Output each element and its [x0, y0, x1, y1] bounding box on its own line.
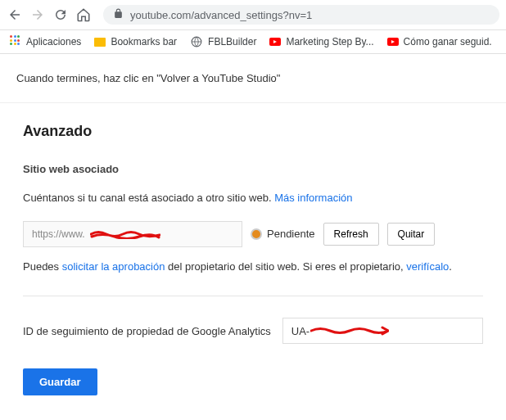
bookmark-marketing[interactable]: Marketing Step By...	[269, 36, 373, 47]
apps-button[interactable]: Aplicaciones	[8, 35, 81, 48]
status-label: Pendiente	[267, 228, 315, 240]
approval-text: Puedes solicitar la aprobación del propi…	[23, 259, 483, 275]
bookmark-fblbuilder[interactable]: FBLBuilder	[190, 35, 256, 48]
status-pending: Pendiente	[251, 228, 315, 240]
sub-text: .	[449, 260, 452, 273]
divider	[23, 296, 483, 296]
status-dot-icon	[251, 228, 262, 240]
page-title: Avanzado	[23, 123, 483, 140]
remove-button[interactable]: Quitar	[387, 223, 436, 246]
folder-icon	[94, 38, 106, 47]
globe-icon	[190, 35, 203, 48]
bookmark-seguidores[interactable]: Cómo ganar seguid.	[387, 36, 492, 47]
apps-icon	[8, 35, 21, 48]
reload-icon[interactable]	[52, 7, 69, 23]
lock-icon	[113, 8, 124, 21]
bookmark-label: Cómo ganar seguid.	[404, 36, 492, 47]
bookmark-folder[interactable]: Bookmarks bar	[94, 36, 177, 47]
redaction-mark	[90, 229, 160, 239]
url-text: youtube.com/advanced_settings?nv=1	[130, 9, 312, 21]
bookmark-label: Bookmarks bar	[111, 36, 177, 47]
section-website-desc: Cuéntanos si tu canal está asociado a ot…	[23, 190, 483, 206]
sub-text: Puedes	[23, 260, 62, 273]
bookmark-label: FBLBuilder	[208, 36, 256, 47]
home-icon[interactable]	[75, 7, 92, 23]
verify-link[interactable]: verifícalo	[406, 260, 449, 273]
main-content: Avanzado Sitio web asociado Cuéntanos si…	[0, 102, 506, 415]
request-approval-link[interactable]: solicitar la aprobación	[62, 260, 165, 273]
return-notice: Cuando termines, haz clic en "Volver a Y…	[0, 54, 506, 102]
redaction-mark	[310, 326, 389, 336]
youtube-icon	[387, 38, 399, 46]
refresh-button[interactable]: Refresh	[323, 223, 379, 246]
bookmarks-bar: Aplicaciones Bookmarks bar FBLBuilder Ma…	[0, 30, 506, 54]
more-info-link[interactable]: Más información	[274, 192, 352, 204]
save-button[interactable]: Guardar	[23, 368, 97, 395]
desc-text: Cuéntanos si tu canal está asociado a ot…	[23, 192, 274, 204]
url-bar[interactable]: youtube.com/advanced_settings?nv=1	[103, 5, 499, 25]
forward-icon[interactable]	[29, 7, 46, 23]
sub-text: del propietario del sitio web. Si eres e…	[165, 260, 406, 273]
bookmark-label: Marketing Step By...	[286, 36, 373, 47]
ga-label: ID de seguimiento de propiedad de Google…	[23, 325, 271, 337]
youtube-icon	[269, 38, 281, 46]
section-website-title: Sitio web asociado	[23, 163, 483, 175]
back-icon[interactable]	[7, 7, 23, 23]
apps-label: Aplicaciones	[26, 36, 81, 47]
